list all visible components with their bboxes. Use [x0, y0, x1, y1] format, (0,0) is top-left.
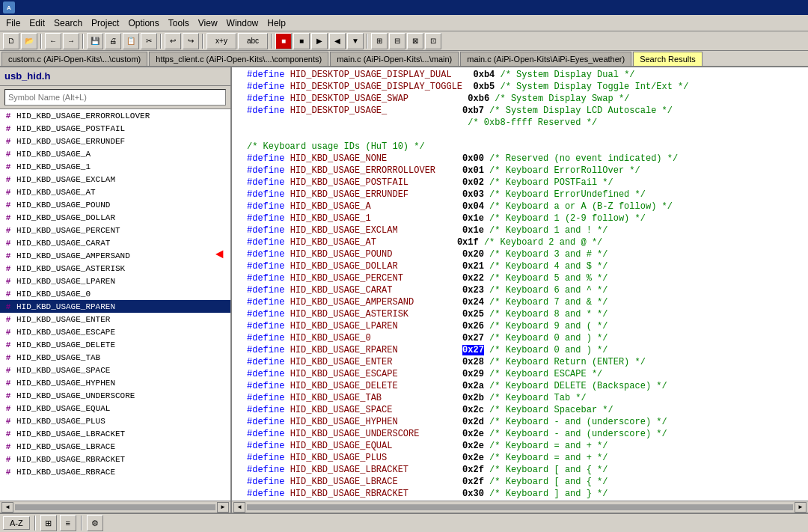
hash-icon: # [3, 289, 13, 299]
symbol-item[interactable]: #HID_KBD_USAGE_LPAREN [0, 275, 230, 287]
toolbar-undo[interactable]: ↩ [165, 33, 181, 49]
hash-icon: # [3, 123, 13, 134]
symbol-item[interactable]: #HID_KBD_USAGE_ESCAPE [0, 325, 230, 338]
code-hscroll[interactable]: ◄ ► [232, 501, 808, 513]
hash-icon: # [3, 225, 13, 236]
toolbar-grid4[interactable]: ⊡ [425, 33, 441, 49]
toolbar-grid2[interactable]: ⊟ [389, 33, 405, 49]
symbol-item[interactable]: #HID_KBD_USAGE_RBRACE [0, 465, 230, 478]
symbol-item[interactable]: #HID_KBD_USAGE_RPAREN [0, 300, 230, 313]
symbol-item[interactable]: #HID_KBD_USAGE_0 [0, 287, 230, 300]
line-marker [235, 201, 247, 213]
symbol-item[interactable]: #HID_KBD_USAGE_HYPHEN [0, 376, 230, 389]
symbol-item[interactable]: #HID_KBD_USAGE_EQUAL [0, 402, 230, 415]
symbol-item[interactable]: #HID_KBD_USAGE_ENTER [0, 313, 230, 325]
symbol-item[interactable]: #HID_KBD_USAGE_ERRUNDEF [0, 135, 230, 147]
tab-main2[interactable]: main.c (AiPi-Open-Kits\AiPi-Eyes_weather… [460, 52, 631, 66]
menu-project[interactable]: Project [87, 16, 123, 30]
toolbar-new[interactable]: 🗋 [3, 33, 19, 49]
menu-view[interactable]: View [194, 16, 222, 30]
symbol-item[interactable]: #HID_KBD_USAGE_RBRACKET [0, 453, 230, 465]
menu-tools[interactable]: Tools [164, 16, 194, 30]
tab-search-results[interactable]: Search Results [633, 52, 703, 66]
symbol-item[interactable]: #HID_KBD_USAGE_SPACE [0, 364, 230, 376]
toolbar-b5[interactable]: ■ [275, 33, 292, 49]
toolbar-b9[interactable]: ▼ [347, 33, 364, 49]
list-view-button[interactable]: ≡ [60, 515, 76, 531]
tab-main1[interactable]: main.c (AiPi-Open-Kits\...\main) [330, 52, 459, 66]
code-line: #define HID_KBD_USAGE_1 0x1e /* Keyboard… [235, 213, 805, 224]
menu-help[interactable]: Help [263, 16, 290, 30]
symbol-item[interactable]: #HID_KBD_USAGE_LBRACKET [0, 427, 230, 440]
toolbar-redo[interactable]: ↪ [183, 33, 199, 49]
toolbar-grid3[interactable]: ⊠ [407, 33, 423, 49]
symbol-item[interactable]: #HID_KBD_USAGE_UNDERSCORE [0, 389, 230, 402]
code-line: #define HID_KBD_USAGE_LPAREN 0x26 /* Key… [235, 320, 805, 332]
tab-custom[interactable]: custom.c (AiPi-Open-Kits\...\custom) [1, 52, 147, 66]
left-panel-hscroll[interactable]: ◄ ► [0, 501, 230, 513]
line-marker [235, 141, 247, 153]
line-marker [235, 428, 247, 440]
menu-edit[interactable]: Edit [25, 16, 49, 30]
hash-icon: # [3, 276, 13, 287]
grid-view-button[interactable]: ⊞ [40, 515, 57, 531]
app-icon: A [3, 1, 15, 13]
symbol-item[interactable]: #HID_KBD_USAGE_PLUS [0, 415, 230, 427]
symbol-item[interactable]: #HID_KBD_USAGE_EXCLAM [0, 173, 230, 186]
toolbar-b3[interactable]: 📋 [123, 33, 139, 49]
symbol-item[interactable]: #HID_KBD_USAGE_LBRACE [0, 440, 230, 453]
symbol-item[interactable]: #HID_KBD_USAGE_CARAT [0, 236, 230, 249]
toolbar-save[interactable]: 💾 [87, 33, 103, 49]
settings-button[interactable]: ⚙ [87, 515, 103, 531]
toolbar-b4[interactable]: ✂ [141, 33, 157, 49]
code-scroll-right[interactable]: ► [795, 502, 807, 513]
code-line: #define HID_KBD_USAGE_ESCAPE 0x29 /* Key… [235, 368, 805, 380]
scroll-left-btn[interactable]: ◄ [1, 502, 13, 513]
symbol-item[interactable]: #HID_KBD_USAGE_POSTFAIL [0, 122, 230, 135]
toolbar-search2[interactable]: abc [238, 33, 268, 49]
code-line: #define HID_KBD_USAGE_PLUS 0x2e /* Keybo… [235, 452, 805, 464]
code-area[interactable]: #define HID_DESKTOP_USAGE_DISPLAY_DUAL 0… [232, 67, 808, 501]
toolbar-sep3 [160, 34, 162, 49]
symbol-item[interactable]: #HID_KBD_USAGE_TAB [0, 351, 230, 364]
menu-search[interactable]: Search [49, 16, 87, 30]
toolbar-search[interactable]: x+y [206, 33, 236, 49]
toolbar-forward[interactable]: → [63, 33, 79, 49]
menu-window[interactable]: Window [222, 16, 263, 30]
hash-icon: # [3, 467, 13, 477]
code-line: #define HID_KBD_USAGE_RBRACKET 0x30 /* K… [235, 488, 805, 500]
symbol-item[interactable]: #HID_KBD_USAGE_POUND [0, 198, 230, 211]
az-button[interactable]: A-Z [3, 516, 30, 530]
symbol-item[interactable]: #HID_KBD_USAGE_DELETE [0, 338, 230, 351]
code-hscroll-track [247, 504, 793, 510]
line-marker [235, 392, 247, 404]
symbol-item[interactable]: #HID_KBD_USAGE_AT [0, 186, 230, 198]
toolbar-open[interactable]: 📂 [21, 33, 37, 49]
toolbar-b6[interactable]: ■ [293, 33, 310, 49]
symbol-item[interactable]: #HID_KBD_USAGE_A [0, 147, 230, 160]
hash-icon: # [3, 136, 13, 147]
toolbar-print[interactable]: 🖨 [105, 33, 121, 49]
symbol-item[interactable]: #HID_KBD_USAGE_ASTERISK [0, 262, 230, 275]
toolbar-b8[interactable]: ◀ [329, 33, 346, 49]
line-marker [235, 404, 247, 416]
toolbar-back[interactable]: ← [45, 33, 61, 49]
hash-icon: # [3, 213, 13, 223]
hash-icon: # [3, 365, 13, 376]
hash-icon: # [3, 263, 13, 274]
search-input[interactable] [4, 89, 226, 106]
tab-https[interactable]: https_client.c (AiPi-Open-Kits\...\compo… [149, 52, 328, 66]
toolbar-sep1 [40, 34, 42, 49]
code-scroll-left[interactable]: ◄ [233, 502, 245, 513]
toolbar-grid1[interactable]: ⊞ [371, 33, 388, 49]
symbol-item[interactable]: #HID_KBD_USAGE_ERRORROLLOVER [0, 109, 230, 122]
symbol-item[interactable]: #HID_KBD_USAGE_1 [0, 160, 230, 173]
symbol-item[interactable]: #HID_KBD_USAGE_DOLLAR [0, 211, 230, 224]
symbol-item[interactable]: #HID_KBD_USAGE_PERCENT [0, 224, 230, 236]
symbol-item[interactable]: #HID_KBD_USAGE_AMPERSAND [0, 249, 230, 262]
menu-options[interactable]: Options [123, 16, 163, 30]
menu-file[interactable]: File [1, 16, 25, 30]
scroll-right-btn[interactable]: ► [217, 502, 229, 513]
toolbar-b7[interactable]: ▶ [311, 33, 328, 49]
code-line: #define HID_KBD_USAGE_AT 0x1f /* Keyboar… [235, 236, 805, 248]
